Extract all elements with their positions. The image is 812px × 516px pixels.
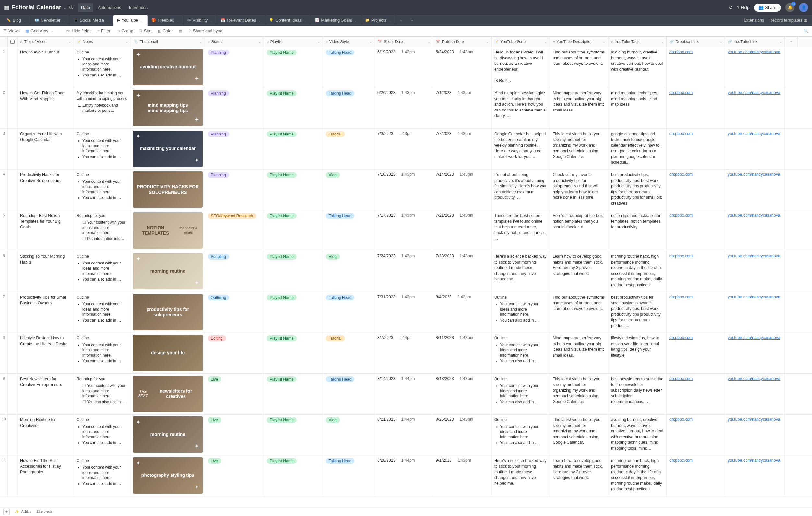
tab-blog[interactable]: ✏️Blog⌄ xyxy=(3,15,30,26)
share-button[interactable]: 👥Share xyxy=(754,4,781,12)
tab-label: Visibility xyxy=(193,18,208,23)
tab-label: Social Media xyxy=(80,18,104,23)
sort-button[interactable]: ⇅Sort xyxy=(139,29,152,33)
share-sync-button[interactable]: ⇪Share and sync xyxy=(188,29,222,33)
sort-icon: ⇅ xyxy=(139,29,142,33)
filter-button[interactable]: ≡Filter xyxy=(97,29,111,33)
notif-count: 10 xyxy=(791,2,796,6)
chevron-down-icon[interactable]: ⌄ xyxy=(258,19,261,22)
top-tab-automations[interactable]: Automations xyxy=(95,3,124,12)
grid-view-button[interactable]: ▦Grid view⌄ xyxy=(25,29,53,33)
template-icon: ▦ xyxy=(804,18,808,23)
help-button[interactable]: ?Help xyxy=(737,5,749,10)
chevron-down-icon[interactable]: ⌄ xyxy=(107,19,109,22)
tab-freebies[interactable]: 🎁Freebies⌄ xyxy=(148,15,183,26)
extensions-button[interactable]: Extensions xyxy=(744,18,764,23)
topbar: ▦ Editorial Calendar ⌄ ⓘ DataAutomations… xyxy=(0,0,812,15)
top-tabs: DataAutomationsInterfaces xyxy=(78,3,151,12)
tab-icon: ✏️ xyxy=(6,18,11,22)
tab-relevant-dates[interactable]: 📅Relevant Dates⌄ xyxy=(217,15,265,26)
tab-label: Content Ideas xyxy=(275,18,301,23)
chevron-down-icon[interactable]: ⌄ xyxy=(63,19,65,22)
share-icon: ⇪ xyxy=(188,29,191,33)
chevron-down-icon[interactable]: ⌄ xyxy=(389,19,392,22)
grid-icon: ▦ xyxy=(25,29,29,33)
tab-icon: 🎁 xyxy=(151,18,156,22)
color-button[interactable]: ◧Color xyxy=(157,29,173,33)
notifications-button[interactable]: 🔔10 xyxy=(785,3,794,12)
chevron-down-icon[interactable]: ⌄ xyxy=(141,19,143,22)
tab-icon: 👁 xyxy=(187,19,191,22)
tab-label: Relevant Dates xyxy=(227,18,256,23)
tab-icon: 📅 xyxy=(221,18,225,22)
doc-icon: ▦ xyxy=(4,4,9,11)
tab-newsletter[interactable]: 📧Newsletter⌄ xyxy=(30,15,70,26)
tab-social-media[interactable]: 📱Social Media⌄ xyxy=(70,15,113,26)
eye-off-icon: 👁 xyxy=(66,29,70,33)
tab-label: Projects xyxy=(371,18,386,23)
table-tabs: ✏️Blog⌄📧Newsletter⌄📱Social Media⌄▶YouTub… xyxy=(0,15,812,26)
chevron-down-icon[interactable]: ⌄ xyxy=(304,19,307,22)
chevron-down-icon[interactable]: ⌄ xyxy=(210,19,213,22)
chevron-down-icon[interactable]: ⌄ xyxy=(177,19,179,22)
views-button[interactable]: ☰Views xyxy=(3,29,20,33)
menu-icon: ☰ xyxy=(3,29,7,33)
chevron-down-icon[interactable]: ⌄ xyxy=(24,19,26,22)
color-icon: ◧ xyxy=(157,29,161,33)
tab-label: Marketing Goals xyxy=(321,18,352,23)
avatar[interactable]: 👤 xyxy=(799,3,808,12)
chevron-down-icon: ⌄ xyxy=(51,30,54,33)
tab-label: Newsletter xyxy=(40,18,60,23)
info-icon[interactable]: ⓘ xyxy=(69,5,73,10)
chevron-down-icon[interactable]: ⌄ xyxy=(63,5,66,10)
tab-icon: 💡 xyxy=(269,18,274,22)
tab-label: Freebies xyxy=(157,18,174,23)
search-icon[interactable]: 🔍 xyxy=(804,29,809,33)
tab-icon: 📧 xyxy=(34,18,39,22)
filter-icon: ≡ xyxy=(97,29,99,33)
tab-icon: 📁 xyxy=(365,18,370,22)
history-icon[interactable]: ↺ xyxy=(729,5,732,10)
add-table-button[interactable]: ＋ xyxy=(407,15,418,26)
tab-icon: 📈 xyxy=(315,18,319,22)
tab-icon: 📱 xyxy=(74,18,78,22)
tab-projects[interactable]: 📁Projects⌄ xyxy=(361,15,396,26)
top-tab-data[interactable]: Data xyxy=(78,3,93,12)
group-button[interactable]: ▭Group xyxy=(116,29,133,33)
tab-content-ideas[interactable]: 💡Content Ideas⌄ xyxy=(265,15,311,26)
row-height-icon: ▤ xyxy=(179,29,182,33)
group-icon: ▭ xyxy=(116,29,120,33)
hide-fields-button[interactable]: 👁Hide fields xyxy=(66,29,91,33)
tab-icon: ▶ xyxy=(117,18,120,22)
tab-marketing-goals[interactable]: 📈Marketing Goals⌄ xyxy=(311,15,361,26)
tab-label: Blog xyxy=(13,18,21,23)
view-toolbar: ☰Views ▦Grid view⌄ | 👁Hide fields ≡Filte… xyxy=(0,26,812,37)
record-templates-button[interactable]: Record templates ▦ xyxy=(769,18,808,23)
chevron-down-icon[interactable]: ⌄ xyxy=(354,19,357,22)
tab-youtube[interactable]: ▶YouTube⌄ xyxy=(114,15,148,26)
doc-title-text: Editorial Calendar xyxy=(11,4,61,11)
tab-visibility[interactable]: 👁Visibility⌄ xyxy=(183,15,217,26)
tab-overflow-button[interactable]: ⌄ xyxy=(396,15,407,26)
tab-label: YouTube xyxy=(122,18,138,23)
doc-title[interactable]: ▦ Editorial Calendar ⌄ ⓘ xyxy=(4,4,73,11)
row-height-button[interactable]: ▤ xyxy=(179,29,182,33)
top-tab-interfaces[interactable]: Interfaces xyxy=(126,3,151,12)
